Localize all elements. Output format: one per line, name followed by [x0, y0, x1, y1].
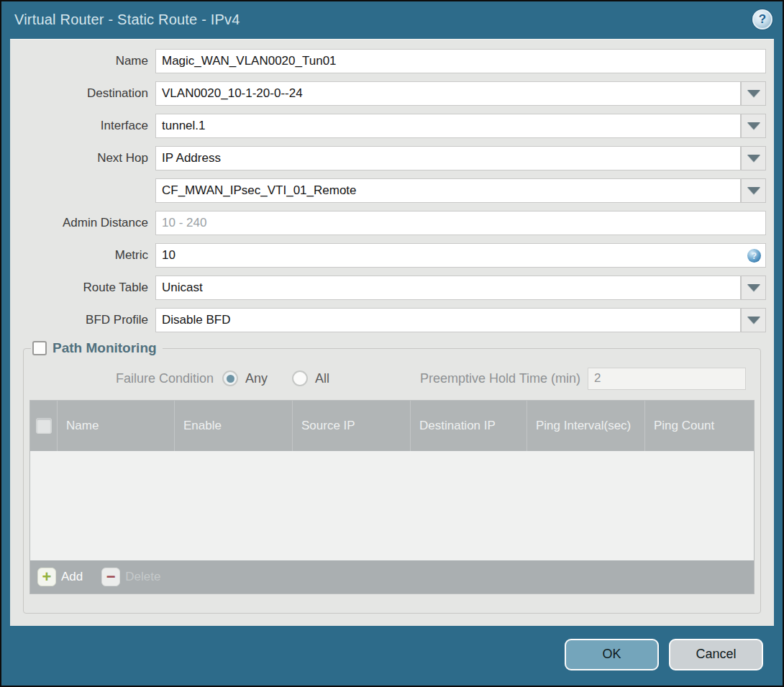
table-header-ping-interval: Ping Interval(sec) [527, 401, 644, 451]
delete-button[interactable]: − Delete [101, 568, 160, 586]
failure-condition-any-radio[interactable] [222, 370, 238, 386]
path-monitoring-table: Name Enable Source IP Destination IP Pin… [29, 400, 755, 594]
bfd-profile-select[interactable] [155, 308, 741, 332]
dialog-content: Name Destination Interface [10, 39, 774, 626]
admin-distance-input[interactable] [155, 211, 766, 235]
name-input[interactable] [155, 49, 766, 73]
chevron-down-icon [747, 317, 760, 324]
metric-label: Metric [10, 248, 155, 263]
add-button-label: Add [61, 570, 83, 584]
info-icon[interactable]: ? [747, 249, 761, 263]
form-row-admin-distance: Admin Distance [10, 211, 766, 235]
table-header-row: Name Enable Source IP Destination IP Pin… [30, 401, 754, 451]
table-header-name: Name [57, 401, 174, 451]
interface-dropdown-button[interactable] [741, 114, 766, 138]
next-hop-select[interactable] [155, 146, 741, 170]
chevron-down-icon [747, 187, 760, 194]
help-icon[interactable]: ? [752, 9, 772, 29]
failure-condition-any-label: Any [245, 371, 268, 386]
path-monitoring-title: Path Monitoring [53, 340, 157, 356]
chevron-down-icon [747, 284, 760, 291]
destination-input[interactable] [155, 81, 741, 106]
form-row-route-table: Route Table [10, 276, 766, 300]
path-monitoring-checkbox[interactable] [32, 341, 47, 355]
table-header-source-ip: Source IP [292, 401, 410, 451]
chevron-down-icon [747, 155, 760, 162]
select-all-checkbox[interactable] [36, 418, 52, 434]
destination-dropdown-button[interactable] [741, 81, 766, 106]
table-header-enable: Enable [174, 401, 292, 451]
preemptive-hold-time-input[interactable] [588, 368, 746, 390]
form-row-next-hop-address [10, 178, 766, 203]
chevron-down-icon [747, 122, 760, 129]
next-hop-address-dropdown-button[interactable] [741, 178, 766, 203]
admin-distance-label: Admin Distance [10, 216, 155, 230]
add-button[interactable]: + Add [37, 568, 83, 586]
name-label: Name [10, 54, 155, 68]
form-row-interface: Interface [10, 114, 766, 138]
table-header-ping-count: Ping Count [644, 401, 754, 451]
failure-condition-all-radio[interactable] [292, 370, 308, 386]
failure-condition-row: Failure Condition Any All Preemptive Hol… [29, 366, 746, 391]
static-route-dialog: Virtual Router - Static Route - IPv4 ? N… [0, 0, 784, 687]
add-icon: + [37, 568, 56, 586]
chevron-down-icon [747, 90, 760, 97]
interface-label: Interface [10, 119, 155, 133]
table-footer-toolbar: + Add − Delete [30, 560, 754, 593]
route-table-select[interactable] [155, 276, 741, 300]
bfd-profile-label: BFD Profile [10, 313, 155, 327]
delete-icon: − [101, 568, 120, 586]
delete-button-label: Delete [125, 570, 160, 584]
failure-condition-label: Failure Condition [29, 371, 222, 386]
form-row-name: Name [10, 49, 766, 73]
metric-input[interactable] [155, 243, 766, 268]
interface-input[interactable] [155, 114, 741, 138]
dialog-title: Virtual Router - Static Route - IPv4 [14, 12, 240, 28]
ok-button[interactable]: OK [565, 639, 659, 670]
path-monitoring-section: Path Monitoring Failure Condition Any Al… [23, 340, 761, 614]
form-row-bfd-profile: BFD Profile [10, 308, 766, 332]
bfd-profile-dropdown-button[interactable] [741, 308, 766, 332]
next-hop-dropdown-button[interactable] [741, 146, 766, 170]
form-row-next-hop: Next Hop [10, 146, 766, 170]
dialog-button-bar: OK Cancel [1, 623, 783, 686]
destination-label: Destination [10, 86, 155, 101]
radio-dot-icon [227, 375, 234, 383]
path-monitoring-legend: Path Monitoring [31, 340, 163, 356]
dialog-titlebar: Virtual Router - Static Route - IPv4 ? [1, 1, 783, 37]
route-table-label: Route Table [10, 281, 155, 295]
cancel-button[interactable]: Cancel [669, 639, 763, 670]
preemptive-hold-time-label: Preemptive Hold Time (min) [420, 371, 588, 386]
table-header-destination-ip: Destination IP [410, 401, 527, 451]
route-table-dropdown-button[interactable] [741, 276, 766, 300]
form-row-destination: Destination [10, 81, 766, 106]
next-hop-address-input[interactable] [155, 178, 741, 203]
next-hop-label: Next Hop [10, 151, 155, 165]
table-header-checkbox-cell [30, 401, 57, 451]
failure-condition-all-label: All [315, 371, 329, 386]
table-body-empty [30, 451, 754, 560]
form-row-metric: Metric ? [10, 243, 766, 268]
